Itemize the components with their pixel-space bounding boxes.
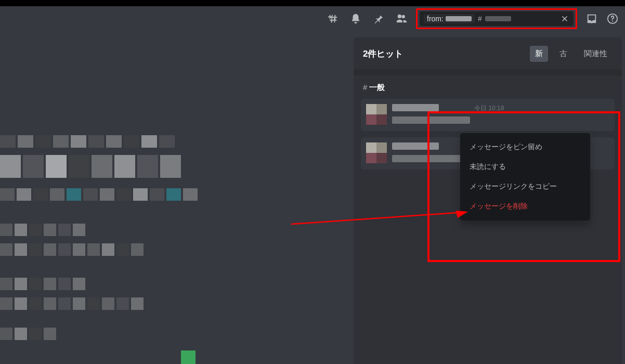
sort-relevance-button[interactable]: 関連性	[579, 46, 613, 62]
results-header: 2件ヒット 新 古 関連性	[354, 37, 622, 69]
redacted-author	[392, 104, 439, 111]
search-prefix: from:	[427, 15, 444, 23]
threads-icon[interactable]	[327, 12, 339, 25]
window-titlebar	[0, 0, 625, 6]
sort-new-button[interactable]: 新	[530, 46, 548, 62]
members-icon[interactable]	[395, 12, 408, 25]
new-indicator	[181, 350, 196, 364]
bell-icon[interactable]	[349, 12, 362, 25]
avatar	[366, 104, 387, 125]
top-toolbar: from: #	[0, 6, 625, 31]
channel-name: 一般	[369, 83, 385, 92]
help-icon[interactable]	[606, 12, 619, 25]
search-input[interactable]: from: #	[420, 11, 574, 26]
search-highlight-box: from: #	[416, 8, 577, 29]
inbox-icon[interactable]	[585, 12, 598, 25]
search-hash: #	[478, 15, 482, 23]
toolbar-icons-left	[327, 12, 408, 25]
close-icon[interactable]	[560, 14, 569, 23]
svg-point-1	[612, 20, 613, 21]
chat-area	[0, 31, 354, 364]
ctx-pin-button[interactable]: メッセージをピン留め	[464, 137, 586, 157]
redacted-content	[392, 116, 470, 124]
ctx-mark-unread-button[interactable]: 未読にする	[464, 157, 586, 177]
message-timestamp: 今日 10:18	[474, 104, 504, 113]
ctx-copy-link-button[interactable]: メッセージリンクをコピー	[464, 177, 586, 197]
redacted-tag	[485, 16, 511, 21]
pin-icon[interactable]	[372, 12, 385, 25]
channel-heading[interactable]: #一般	[354, 75, 622, 97]
avatar	[366, 142, 387, 163]
search-filter-chip[interactable]: from:	[424, 14, 475, 23]
blurred-chat-content	[0, 135, 229, 364]
ctx-delete-button[interactable]: メッセージを削除	[464, 197, 586, 216]
hash-icon: #	[363, 83, 367, 92]
sort-old-button[interactable]: 古	[554, 46, 572, 62]
redacted-username	[446, 16, 472, 21]
divider	[354, 69, 622, 75]
results-count: 2件ヒット	[363, 48, 524, 60]
redacted-content	[392, 155, 470, 162]
context-menu: メッセージをピン留め 未読にする メッセージリンクをコピー メッセージを削除	[460, 133, 590, 220]
redacted-author	[392, 142, 439, 150]
search-result-item[interactable]: 今日 10:18	[361, 99, 615, 131]
